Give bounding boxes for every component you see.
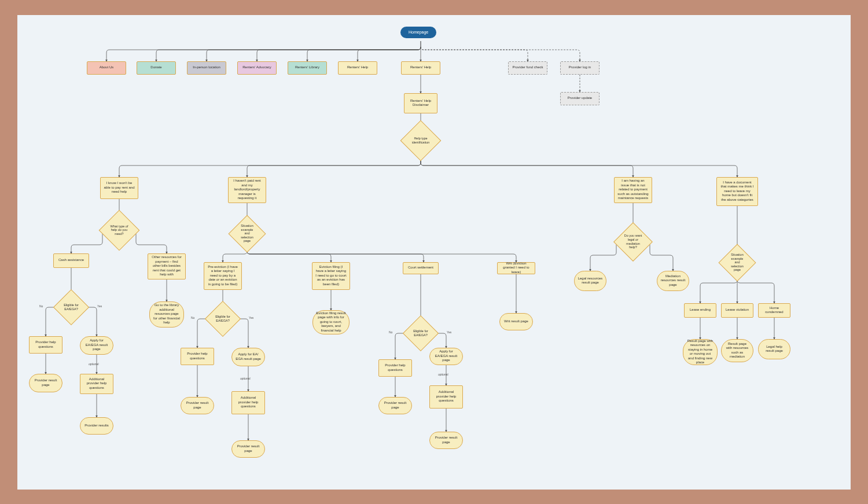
b2-elig2: Eligible for EA/EGA?	[408, 321, 433, 346]
b2-writ: Writ (Eviction granted I need to leave)	[497, 262, 535, 274]
node-in-person-location: In-person location	[187, 61, 226, 75]
flowchart-canvas: Homepage About Us Donate In-person locat…	[17, 15, 851, 490]
b2-court: Court settlement	[403, 262, 439, 274]
b1-yes: Yes	[97, 304, 102, 308]
b2-pre: Pre-eviction (I have a letter saying I n…	[204, 262, 242, 290]
b2-prp4: Provider result page	[429, 432, 463, 449]
b4-start: I have a document that makes me think I …	[716, 177, 758, 206]
b1-prp: Provider result page	[29, 374, 62, 392]
node-about-us: About Us	[87, 61, 126, 75]
node-renters-help2: Renters' Help	[401, 61, 440, 75]
b2-start: I haven't paid rent and my landlord/prop…	[228, 177, 266, 203]
b2-prp1: Provider result page	[181, 397, 214, 414]
node-provider-fund-check: Provider fund check	[508, 61, 547, 75]
node-renters-library: Renters' Library	[288, 61, 327, 75]
b4-r3: Legal help result page	[758, 339, 790, 359]
b1-what-type: What type of help do you need?	[105, 216, 134, 245]
b1-apply: Apply for EA/EGA result page	[80, 336, 113, 355]
node-renters-advocacy: Renters' Advocacy	[237, 61, 277, 75]
b4-sit: Situation example and selection page	[724, 249, 751, 276]
b3-med: Mediation resources result page	[657, 271, 689, 291]
node-homepage: Homepage	[400, 27, 436, 39]
b2-2-opt: optional	[438, 373, 448, 376]
b2-apply1: Apply for EA/ EGA result page	[231, 348, 265, 366]
b1-eligible: Eligible for EA/EGA?	[58, 295, 84, 320]
b3-legal: Legal resources result page	[574, 271, 606, 291]
node-donate: Donate	[137, 61, 176, 75]
node-renters-help: Renters' Help	[338, 61, 377, 75]
b2-1-no: No	[191, 316, 194, 319]
b2-2-yes: Yes	[447, 330, 451, 334]
b2-evf-res: Eviction filing result page with info fo…	[312, 310, 350, 334]
b2-prp2: Provider result page	[231, 440, 265, 458]
b1-phq: Provider help questions	[29, 336, 62, 354]
b3-q: Do you want legal or mediation help?	[619, 228, 647, 256]
b4-r2: Result page with resources such as media…	[721, 339, 753, 362]
b1-no: No	[39, 304, 43, 308]
b1-opt: optional	[89, 362, 99, 366]
b1-lib-page: Go to the library additional resources p…	[149, 301, 184, 328]
b2-sit: Situation example and selection page	[234, 220, 260, 247]
b3-start: I am having an issue that is not related…	[614, 177, 652, 203]
b2-apply2: Apply for EA/EGA result page	[429, 348, 463, 365]
b4-cond: Home condemned	[758, 303, 790, 318]
b2-1-opt: optional	[240, 377, 251, 380]
b2-2-no: No	[389, 330, 392, 334]
b2-phq1: Provider help questions	[181, 348, 214, 365]
b4-lease: Lease ending	[684, 303, 716, 318]
b1-other: Other resources for payment – find other…	[148, 253, 186, 279]
node-disclaimer: Renters' Help Disclaimer	[404, 93, 437, 113]
decision-help-type: Help type identification	[406, 126, 435, 155]
b2-evf: Eviction filing (I have a letter saying …	[312, 262, 350, 290]
b1-pr: Provider results	[80, 417, 113, 435]
b1-addq: Additional provider help questions	[80, 374, 113, 394]
b2-1-yes: Yes	[249, 316, 253, 319]
b4-r1: Result page with resources on staying in…	[683, 339, 718, 365]
b1-start: I know I won't be able to pay rent and n…	[100, 177, 138, 199]
b2-writ-res: Writ result page	[499, 313, 533, 330]
node-provider-update: Provider update	[560, 92, 599, 105]
node-provider-login: Provider log in	[560, 61, 599, 75]
b2-phq2: Provider help questions	[378, 359, 412, 377]
b4-viol: Lease violation	[721, 303, 753, 318]
b2-elig1: Eligible for EA/EGA?	[210, 306, 236, 332]
b2-addq1: Additional provider help questions	[231, 391, 265, 414]
b2-addq2: Additional provider help questions	[429, 385, 463, 409]
b1-cash: Cash assistance	[53, 253, 89, 268]
b2-prp3: Provider result page	[378, 397, 412, 414]
